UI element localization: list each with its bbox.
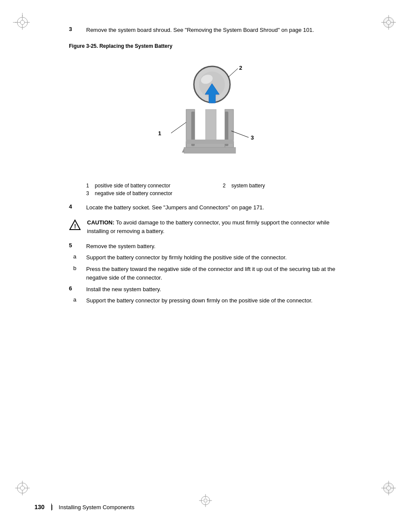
step-5-text: Remove the system battery. <box>86 242 351 251</box>
step-4-number: 4 <box>69 203 86 210</box>
svg-point-17 <box>20 486 25 490</box>
figure-label: Figure 3-25. Replacing the System Batter… <box>69 43 351 49</box>
footer-separator: | <box>51 504 52 510</box>
figure-label-title: Replacing the System Battery <box>98 43 172 49</box>
callout-3-text: negative side of battery connector <box>95 190 172 196</box>
svg-line-41 <box>231 131 249 137</box>
corner-mark-tr <box>372 13 398 39</box>
figure-illustration: 1 3 2 <box>69 53 351 174</box>
svg-text:3: 3 <box>251 134 254 141</box>
callout-2-num: 2 <box>223 183 228 189</box>
svg-point-29 <box>384 484 393 492</box>
caution-label: CAUTION: <box>87 219 115 226</box>
caution-text: CAUTION: To avoid damage to the battery … <box>87 218 351 235</box>
svg-rect-38 <box>184 147 236 153</box>
step-5b-text: Press the battery toward the negative si… <box>86 265 351 282</box>
step-5a-text: Support the battery connector by firmly … <box>86 253 351 262</box>
callout-1-num: 1 <box>86 183 91 189</box>
step-6a-letter: a <box>69 296 86 303</box>
callout-list: 1 positive side of battery connector 2 s… <box>86 183 351 196</box>
corner-mark-bl <box>13 472 39 498</box>
callout-3: 3 negative side of battery connector <box>86 190 214 196</box>
bottom-center-mark <box>197 492 214 510</box>
battery-diagram-svg: 1 3 2 <box>145 53 274 165</box>
callout-3-num: 3 <box>86 190 91 196</box>
step-5a: a Support the battery connector by firml… <box>69 253 351 262</box>
svg-rect-36 <box>186 140 234 144</box>
step-6-number: 6 <box>69 285 86 292</box>
svg-point-14 <box>384 18 393 27</box>
footer-text: Installing System Components <box>59 504 134 510</box>
step-5-number: 5 <box>69 242 86 249</box>
svg-text:1: 1 <box>158 130 161 137</box>
callout-2-text: system battery <box>231 183 265 189</box>
caution-box: ! CAUTION: To avoid damage to the batter… <box>69 218 351 235</box>
main-content: 3 Remove the system board shroud. See "R… <box>69 26 351 305</box>
step-5a-letter: a <box>69 253 86 260</box>
step-6-text: Install the new system battery. <box>86 285 351 294</box>
step-3: 3 Remove the system board shroud. See "R… <box>69 26 351 34</box>
step-4: 4 Locate the battery socket. See "Jumper… <box>69 203 351 212</box>
corner-mark-br <box>372 472 398 498</box>
step-5: 5 Remove the system battery. <box>69 242 351 251</box>
step-6a: a Support the battery connector by press… <box>69 296 351 305</box>
corner-mark-tl <box>13 13 39 39</box>
svg-text:!: ! <box>74 223 76 230</box>
callout-1: 1 positive side of battery connector <box>86 183 214 189</box>
step-3-text: Remove the system board shroud. See "Rem… <box>86 26 351 34</box>
caution-body: To avoid damage to the battery connector… <box>87 219 330 234</box>
step-6: 6 Install the new system battery. <box>69 285 351 294</box>
step-4-text: Locate the battery socket. See "Jumpers … <box>86 203 351 212</box>
step-5b: b Press the battery toward the negative … <box>69 265 351 282</box>
svg-rect-35 <box>206 109 216 142</box>
step-5b-letter: b <box>69 265 86 271</box>
callout-1-text: positive side of battery connector <box>95 183 170 189</box>
svg-point-52 <box>204 499 207 502</box>
step-3-number: 3 <box>69 26 86 32</box>
figure-label-prefix: Figure 3-25. <box>69 43 98 49</box>
svg-point-1 <box>20 20 25 25</box>
caution-icon: ! <box>69 219 82 233</box>
step-6a-text: Support the battery connector by pressin… <box>86 296 351 305</box>
page: 3 Remove the system board shroud. See "R… <box>0 0 411 532</box>
callout-2: 2 system battery <box>223 183 351 189</box>
svg-line-47 <box>228 68 238 77</box>
page-number: 130 <box>34 504 44 510</box>
svg-text:2: 2 <box>239 65 242 71</box>
svg-line-39 <box>171 122 186 133</box>
